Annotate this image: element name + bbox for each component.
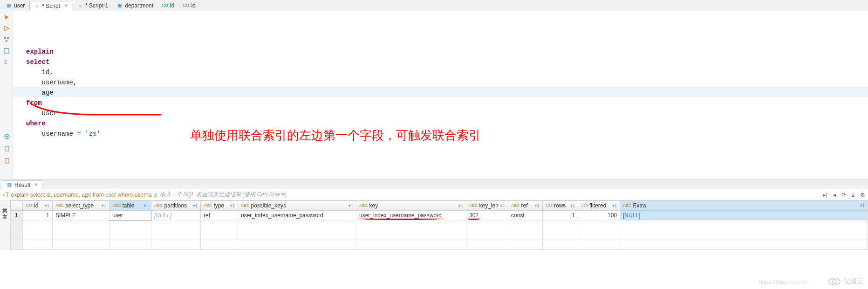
filter-icon[interactable]: ⎚ [154,192,157,198]
csdn-watermark: https://blog.csdn.ne [759,279,807,285]
sql-preview-icon: ∘T [2,192,9,198]
left-bottom-toolbar [3,132,11,165]
filter-icon[interactable]: ▾‡ [570,203,575,208]
sql-editor[interactable]: explain select id, username, age from us… [13,11,868,185]
number-icon: 123 [183,2,189,9]
watermark: 亿速云 [828,277,863,286]
refresh-icon[interactable]: ⟳ [840,191,847,199]
col-possible_keys[interactable]: ABC possible_keys▾‡ [238,201,356,211]
filter-icon[interactable]: ▾‡ [860,203,865,208]
tab-2[interactable]: ⟐* Script-1 [73,0,112,11]
top-tabs-bar: ▦user⟐* Script⨯⟐* Script-1▦department123… [0,0,868,11]
cell-table[interactable]: user [109,211,151,220]
result-view-tabs: 网格 文本 [0,200,10,250]
filter-icon[interactable]: ▾‡ [535,203,540,208]
col-rows[interactable]: 123 rows▾‡ [543,201,578,211]
svg-text:E: E [4,60,7,65]
svg-rect-4 [6,40,7,42]
cell-Extra[interactable]: [NULL] [620,211,868,220]
table-row-empty [11,220,868,230]
tab-label: id [170,2,174,9]
cell-row_num[interactable]: 1 [11,211,23,220]
svg-rect-5 [4,48,9,53]
filter-icon[interactable]: ▾‡ [230,203,235,208]
play-icon[interactable] [2,13,11,21]
doc-icon[interactable] [3,144,11,153]
tab-label: * Script-1 [85,2,108,9]
doc2-icon[interactable] [3,157,11,165]
filter-icon[interactable]: ▾‡ [45,203,49,208]
filter-icon[interactable]: ▾‡ [193,203,198,208]
filter-input[interactable]: 输入一个 SQL 表达式来过滤结果 (使用 Ctrl+Space) [157,191,822,199]
number-icon: 123 [162,2,168,9]
col-row_num[interactable] [11,201,23,211]
col-ref[interactable]: ABC ref▾‡ [508,201,543,211]
tab-label: * Script [42,3,60,9]
col-Extra[interactable]: ABC Extra▾‡ [620,201,868,211]
col-key_len[interactable]: ABC key_len▾‡ [466,201,508,211]
tab-3[interactable]: ▦department [113,0,157,11]
tab-4[interactable]: 123id [158,0,178,11]
text-view-tab[interactable]: 文本 [0,207,9,213]
prev-page-icon[interactable]: ◂ [831,191,838,199]
close-icon[interactable]: ⨯ [64,3,68,9]
svg-marker-1 [5,26,9,31]
query-preview: explain select id, username, age from us… [11,192,151,198]
svg-rect-2 [4,37,6,39]
export-icon[interactable]: ⤓ [849,191,857,199]
explain-icon[interactable]: E [2,58,11,66]
grid-view-tab[interactable]: 网格 [0,201,9,207]
tree-icon[interactable] [2,35,11,44]
cell-filtered[interactable]: 100 [578,211,620,220]
cell-partitions[interactable]: [NULL] [151,211,201,220]
filter-icon[interactable]: ▾‡ [500,203,505,208]
table-icon: ▦ [116,2,123,9]
cell-key_len[interactable]: 302 [466,211,508,220]
cell-type[interactable]: ref [201,211,238,220]
first-page-icon[interactable]: ▸| [821,191,829,199]
query-bar: ∘T explain select id, username, age from… [0,189,868,200]
result-tab[interactable]: ▦ Result ✕ [2,180,42,189]
table-row-empty [11,230,868,240]
svg-rect-9 [5,146,9,151]
cell-rows[interactable]: 1 [543,211,578,220]
annotation-curve [28,101,163,119]
gear-icon[interactable] [3,132,11,141]
table-row-empty [11,240,868,250]
cell-key[interactable]: user_index_username_password [356,211,466,220]
col-select_type[interactable]: ABC select_type▾‡ [53,201,109,211]
result-table: 123 id▾‡ABC select_type▾‡ABC table▾‡ABC … [10,200,868,250]
svg-rect-10 [5,158,9,163]
tab-1[interactable]: ⟐* Script⨯ [29,1,72,11]
sql-icon: ⟐ [34,3,40,9]
filter-icon[interactable]: ▾‡ [458,203,463,208]
cell-ref[interactable]: const [508,211,543,220]
cell-possible_keys[interactable]: user_index_username_password [238,211,356,220]
cell-id[interactable]: 1 [23,211,53,220]
filter-icon[interactable]: ▾‡ [102,203,106,208]
filter-icon[interactable]: ▾‡ [144,203,148,208]
col-filtered[interactable]: 123 filtered▾‡ [578,201,620,211]
sql-icon: ⟐ [77,2,83,9]
col-partitions[interactable]: ABC partitions▾‡ [151,201,201,211]
filter-icon[interactable]: ▾‡ [349,203,353,208]
svg-rect-3 [7,37,9,39]
filter-icon[interactable]: ▾‡ [612,203,617,208]
commit-icon[interactable] [2,47,11,55]
editor-scrollbar[interactable] [26,185,868,185]
col-type[interactable]: ABC type▾‡ [201,201,238,211]
tab-label: user [14,2,25,9]
close-icon[interactable]: ✕ [34,182,38,188]
col-id[interactable]: 123 id▾‡ [23,201,53,211]
play-alt-icon[interactable] [2,24,11,33]
col-table[interactable]: ABC table▾‡ [109,201,151,211]
table-icon: ▦ [6,2,12,9]
svg-point-8 [6,136,8,138]
cell-select_type[interactable]: SIMPLE [53,211,109,220]
settings-icon[interactable]: ⚙ [859,191,866,199]
tab-0[interactable]: ▦user [2,0,28,11]
col-key[interactable]: ABC key▾‡ [356,201,466,211]
result-tab-label: Result [14,182,30,188]
table-row[interactable]: 11SIMPLEuser[NULL]refuser_index_username… [11,211,868,220]
tab-5[interactable]: 123id [179,0,199,11]
